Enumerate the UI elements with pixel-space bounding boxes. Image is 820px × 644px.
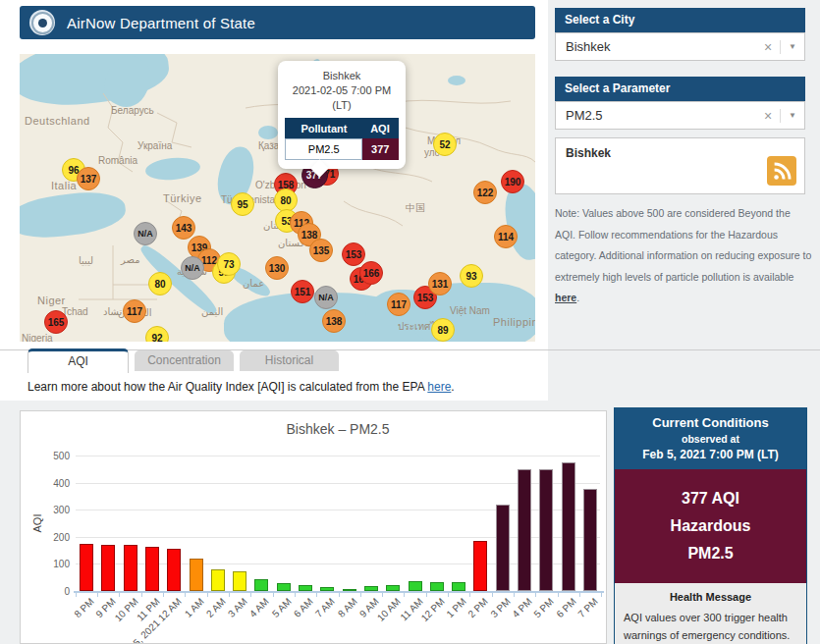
chart-bar[interactable] — [299, 585, 312, 591]
rss-icon[interactable] — [767, 156, 796, 186]
popup-col-aqi: AQI — [362, 118, 399, 138]
chart-bar[interactable] — [277, 583, 291, 591]
tab-concentration[interactable]: Concentration — [135, 350, 234, 371]
aqi-marker-na[interactable]: N/A — [181, 256, 204, 280]
chart-bar[interactable] — [233, 571, 246, 591]
aqi-marker[interactable]: 135 — [309, 239, 333, 262]
health-message-text: AQI values over 300 trigger health warni… — [624, 609, 797, 644]
popup-city: Bishkek — [285, 69, 399, 83]
popup-pollutant-value: PM2.5 — [286, 138, 362, 159]
x-tick — [448, 593, 449, 597]
popup-timezone: (LT) — [285, 98, 399, 113]
epa-here-link[interactable]: here — [427, 380, 451, 394]
chevron-down-icon[interactable]: ▼ — [789, 102, 796, 129]
chart-bar[interactable] — [101, 545, 115, 591]
chart-bar[interactable] — [496, 505, 510, 591]
aqi-marker[interactable]: 114 — [494, 225, 518, 248]
chart-bar[interactable] — [386, 585, 400, 591]
aqi-marker[interactable]: 80 — [148, 272, 172, 295]
aqi-marker[interactable]: 93 — [460, 264, 483, 288]
aqi-marker[interactable]: 122 — [473, 181, 497, 204]
aqi-marker[interactable]: 52 — [433, 133, 457, 156]
clear-city-icon[interactable]: × — [764, 40, 772, 54]
chart-bar[interactable] — [518, 469, 531, 591]
learn-more-after: . — [451, 380, 454, 394]
aqi-marker[interactable]: 73 — [217, 252, 241, 276]
select-divider — [780, 109, 781, 123]
chart-bar[interactable] — [254, 579, 268, 591]
aqi-marker[interactable]: 153 — [342, 242, 365, 266]
map[interactable]: DeutschlandБеларусьУкраїнаRomâniaItaliaT… — [20, 54, 535, 342]
aqi-marker[interactable]: 166 — [359, 261, 383, 285]
sidebar-note: Note: Values above 500 are considered Be… — [555, 203, 812, 309]
popup-datetime: 2021-02-05 7:00 PM — [285, 83, 399, 98]
map-country-label: Україна — [137, 140, 172, 151]
chart-bar[interactable] — [409, 581, 422, 591]
tab-historical[interactable]: Historical — [240, 350, 339, 371]
select-parameter-header: Select a Parameter — [555, 77, 805, 101]
x-tick — [360, 593, 361, 597]
aqi-marker[interactable]: 117 — [123, 299, 146, 323]
chart-bar[interactable] — [430, 582, 444, 591]
city-select[interactable]: Bishkek × ▼ — [555, 32, 805, 61]
aqi-marker[interactable]: 130 — [265, 256, 289, 280]
chart-bar[interactable] — [562, 462, 575, 591]
current-conditions-card: Current Conditions observed at Feb 5, 20… — [614, 407, 807, 644]
aqi-marker[interactable]: 143 — [172, 216, 195, 240]
note-after: . — [576, 292, 579, 303]
map-country-label: Việt Nam — [450, 305, 490, 316]
map-country-label: عمان — [243, 278, 264, 289]
aqi-marker[interactable]: 131 — [428, 272, 452, 295]
aqi-marker[interactable]: 137 — [77, 167, 100, 190]
aqi-marker[interactable]: 95 — [231, 192, 254, 216]
y-tick-label: 300 — [42, 505, 70, 515]
chart-bar[interactable] — [145, 547, 159, 591]
chart-bar[interactable] — [473, 541, 487, 591]
select-city-header: Select a City — [555, 8, 805, 32]
tab-aqi[interactable]: AQI — [27, 349, 129, 373]
clear-parameter-icon[interactable]: × — [764, 109, 772, 123]
current-aqi-pollutant: PM2.5 — [619, 540, 802, 567]
y-tick-label: 400 — [42, 478, 70, 489]
aqi-marker-na[interactable]: N/A — [314, 286, 338, 309]
tabs-row: AQI Concentration Historical — [0, 349, 820, 373]
parameter-select-value: PM2.5 — [566, 108, 603, 123]
chart-bar[interactable] — [211, 569, 225, 591]
popup-table: Pollutant AQI PM2.5 377 — [285, 118, 399, 160]
chart-bar[interactable] — [343, 589, 356, 591]
chart-bar[interactable] — [539, 469, 553, 591]
parameter-select[interactable]: PM2.5 × ▼ — [555, 101, 805, 130]
map-country-label: تشاد — [103, 306, 122, 317]
aqi-marker-na[interactable]: N/A — [134, 222, 157, 245]
x-tick — [316, 593, 317, 597]
chart-bar[interactable] — [80, 544, 93, 591]
chart-bar[interactable] — [320, 587, 334, 591]
chart-bar[interactable] — [583, 489, 597, 591]
page: { "header": { "title": "AirNow Departmen… — [0, 0, 820, 644]
aqi-marker[interactable]: 190 — [501, 170, 524, 193]
observed-at-label: observed at — [619, 433, 802, 445]
x-tick — [339, 593, 340, 597]
x-tick — [601, 593, 602, 597]
chart-bar[interactable] — [167, 549, 181, 591]
x-tick — [76, 593, 77, 597]
x-tick — [514, 593, 515, 597]
chart-bar[interactable] — [190, 559, 203, 591]
aqi-marker[interactable]: 165 — [44, 310, 68, 334]
current-aqi-block: 377 AQI Hazardous PM2.5 — [615, 469, 806, 583]
aqi-marker[interactable]: 151 — [291, 280, 314, 303]
select-divider — [780, 40, 781, 54]
chart-bar[interactable] — [364, 586, 378, 591]
chart-title: Bishkek – PM2.5 — [76, 421, 600, 437]
learn-more-text: Learn more about how the Air Quality Ind… — [27, 380, 455, 394]
chevron-down-icon[interactable]: ▼ — [789, 33, 796, 60]
map-country-label: مصر — [121, 254, 140, 265]
y-tick-label: 100 — [42, 559, 70, 569]
aqi-marker[interactable]: 89 — [431, 318, 455, 342]
chart-bar[interactable] — [452, 582, 465, 591]
aqi-marker[interactable]: 117 — [387, 293, 410, 316]
aqi-marker[interactable]: 138 — [322, 309, 346, 333]
note-here-link[interactable]: here — [555, 292, 576, 303]
chart-bar[interactable] — [124, 545, 137, 591]
x-tick — [119, 593, 120, 597]
